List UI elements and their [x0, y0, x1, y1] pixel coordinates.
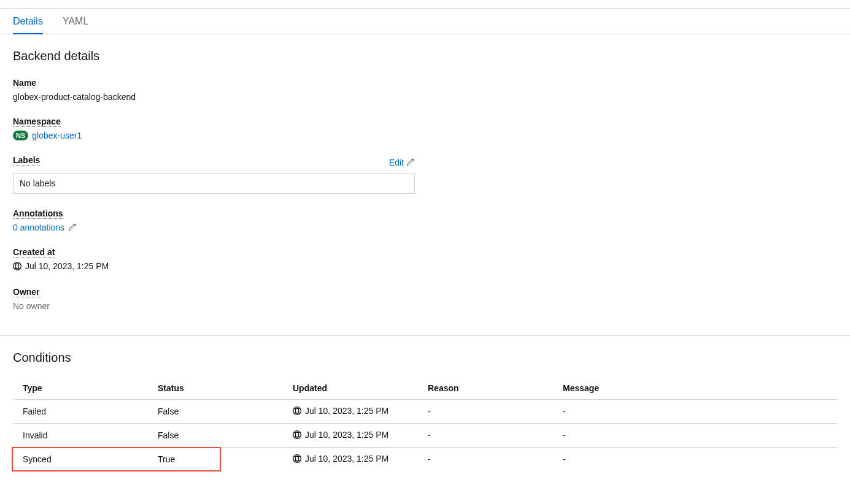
value-name: globex-product-catalog-backend — [13, 92, 837, 102]
edit-labels-button[interactable]: Edit — [389, 158, 415, 167]
value-created: Jul 10, 2023, 1:25 PM — [25, 261, 109, 271]
cell-updated: Jul 10, 2023, 1:25 PM — [283, 400, 418, 424]
cell-reason: - — [418, 448, 553, 472]
cell-updated: Jul 10, 2023, 1:25 PM — [283, 448, 418, 472]
conditions-title: Conditions — [13, 351, 837, 365]
globe-icon — [293, 407, 301, 415]
tabs: Details YAML — [0, 9, 850, 34]
tab-yaml[interactable]: YAML — [63, 9, 98, 34]
cell-message: - — [553, 424, 837, 448]
tab-details[interactable]: Details — [13, 9, 53, 34]
cell-message: - — [553, 400, 837, 424]
field-owner: Owner No owner — [13, 287, 837, 311]
edit-labels-text: Edit — [389, 158, 404, 167]
conditions-table: Type Status Updated Reason Message Faile… — [13, 377, 837, 471]
value-owner: No owner — [13, 301, 837, 311]
conditions-section: Conditions Type Status Updated Reason Me… — [0, 336, 850, 486]
cell-status: False — [148, 400, 283, 424]
label-annotations: Annotations — [13, 208, 63, 219]
header-status: Status — [148, 377, 283, 400]
field-name: Name globex-product-catalog-backend — [13, 78, 837, 102]
cell-updated: Jul 10, 2023, 1:25 PM — [283, 424, 418, 448]
globe-icon — [293, 454, 301, 463]
table-row: FailedFalseJul 10, 2023, 1:25 PM-- — [13, 400, 837, 424]
top-border — [0, 0, 850, 9]
table-header-row: Type Status Updated Reason Message — [13, 377, 837, 400]
label-owner: Owner — [13, 287, 40, 297]
table-row: SyncedTrueJul 10, 2023, 1:25 PM-- — [13, 448, 837, 472]
cell-type: Synced — [13, 448, 148, 472]
header-message: Message — [553, 377, 837, 400]
cell-status: True — [148, 448, 283, 472]
annotations-link[interactable]: 0 annotations — [13, 223, 64, 232]
field-created: Created at Jul 10, 2023, 1:25 PM — [13, 247, 837, 272]
cell-type: Invalid — [13, 424, 148, 448]
pencil-icon — [406, 158, 415, 167]
details-content: Backend details Name globex-product-cata… — [0, 34, 850, 326]
table-row: InvalidFalseJul 10, 2023, 1:25 PM-- — [13, 424, 837, 448]
field-labels: Labels Edit No labels — [13, 155, 837, 194]
header-updated: Updated — [283, 377, 418, 400]
cell-reason: - — [418, 424, 553, 448]
labels-box: No labels — [13, 173, 415, 194]
label-labels: Labels — [13, 155, 40, 166]
section-title: Backend details — [13, 49, 837, 63]
field-namespace: Namespace NS globex-user1 — [13, 116, 837, 140]
cell-message: - — [553, 448, 837, 472]
pencil-icon[interactable] — [68, 223, 77, 232]
namespace-link[interactable]: globex-user1 — [32, 131, 82, 140]
header-reason: Reason — [418, 377, 553, 400]
label-name: Name — [13, 78, 36, 88]
cell-reason: - — [418, 400, 553, 424]
label-namespace: Namespace — [13, 116, 61, 127]
conditions-table-wrapper: Type Status Updated Reason Message Faile… — [13, 377, 837, 471]
globe-icon — [13, 262, 21, 270]
globe-icon — [293, 430, 301, 439]
cell-status: False — [148, 424, 283, 448]
header-type: Type — [13, 377, 148, 400]
cell-type: Failed — [13, 400, 148, 424]
label-created: Created at — [13, 247, 55, 258]
field-annotations: Annotations 0 annotations — [13, 208, 837, 232]
namespace-badge: NS — [13, 131, 28, 140]
